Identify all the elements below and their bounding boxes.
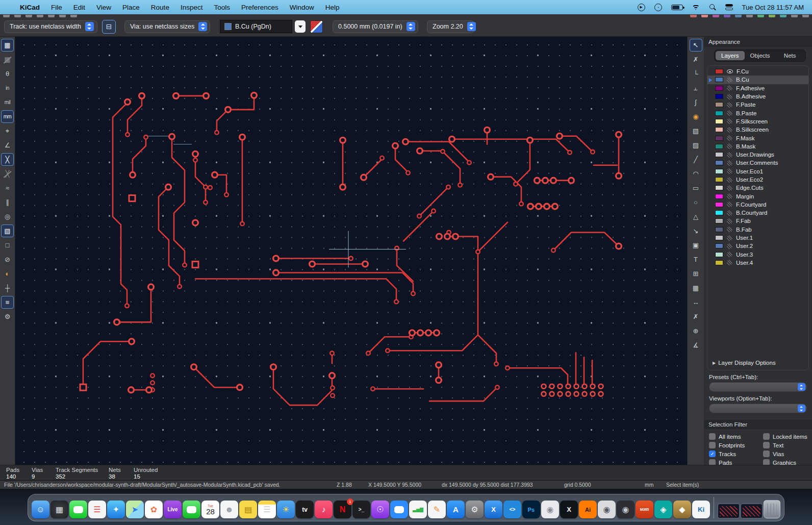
pcb-canvas[interactable] bbox=[15, 37, 687, 465]
visibility-hidden-icon[interactable] bbox=[727, 218, 732, 224]
active-layer-selector[interactable]: B.Cu (PgDn) bbox=[220, 20, 292, 33]
visibility-hidden-icon[interactable] bbox=[727, 260, 732, 265]
place-text-tool[interactable]: T bbox=[690, 253, 702, 266]
draw-line-tool[interactable]: ╱ bbox=[690, 153, 702, 166]
layer-row-b.adhesive[interactable]: B.Adhesive bbox=[707, 92, 808, 101]
menu-view[interactable]: View bbox=[91, 4, 117, 11]
app-menu-kicad[interactable]: KiCad bbox=[14, 4, 45, 11]
ratsnest-show[interactable]: ╳ bbox=[1, 153, 14, 166]
dock-reminders-icon[interactable]: ☰ bbox=[88, 501, 106, 518]
text-box-tool[interactable]: ⊞ bbox=[690, 267, 702, 280]
menu-file[interactable]: File bbox=[45, 4, 68, 11]
layer-row-b.mask[interactable]: B.Mask bbox=[707, 142, 808, 151]
dock-safari-icon[interactable]: ✦ bbox=[107, 501, 125, 518]
checkbox-all-items[interactable] bbox=[709, 433, 716, 440]
layer-row-f.fab[interactable]: F.Fab bbox=[707, 217, 808, 225]
layer-color-swatch[interactable] bbox=[715, 202, 723, 207]
visibility-hidden-icon[interactable] bbox=[727, 118, 732, 124]
net-crossing-mode[interactable]: ┼ bbox=[1, 282, 14, 294]
visibility-hidden-icon[interactable] bbox=[727, 168, 732, 174]
layer-row-user.eco1[interactable]: User.Eco1 bbox=[707, 167, 808, 176]
layer-row-user.3[interactable]: User.3 bbox=[707, 251, 808, 259]
layer-row-user.drawings[interactable]: User.Drawings bbox=[707, 151, 808, 159]
layer-row-edge.cuts[interactable]: Edge.Cuts bbox=[707, 184, 808, 192]
vias-sketch-mode[interactable]: ⊘ bbox=[1, 253, 14, 266]
tune-length-tool[interactable]: ∫ bbox=[690, 96, 702, 109]
draw-rectangle-tool[interactable]: ▭ bbox=[690, 182, 702, 194]
visibility-hidden-icon[interactable] bbox=[727, 243, 732, 249]
layers-manager-toggle[interactable]: ≡ bbox=[1, 296, 14, 309]
trash-icon[interactable] bbox=[764, 500, 780, 518]
dock-music-icon[interactable]: ♪ bbox=[315, 501, 333, 518]
menu-tools[interactable]: Tools bbox=[208, 4, 236, 11]
layer-color-swatch[interactable] bbox=[715, 235, 723, 240]
dock-messages-icon[interactable] bbox=[69, 501, 87, 518]
draw-circle-tool[interactable]: ○ bbox=[690, 196, 702, 209]
menu-window[interactable]: Window bbox=[284, 4, 320, 11]
visibility-hidden-icon[interactable] bbox=[727, 210, 732, 216]
units-mils[interactable]: mil bbox=[1, 96, 14, 109]
properties-panel-toggle[interactable]: ⚙ bbox=[1, 310, 14, 323]
zones-filled-mode[interactable]: ▧ bbox=[1, 224, 14, 237]
layer-color-swatch[interactable] bbox=[715, 136, 723, 141]
dock-podcasts-icon[interactable]: ☉ bbox=[371, 501, 389, 518]
layer-color-swatch[interactable] bbox=[715, 111, 723, 116]
layer-color-swatch[interactable] bbox=[715, 169, 723, 174]
place-via-tool[interactable]: ◉ bbox=[690, 110, 702, 123]
tracks-sketch-mode[interactable]: ∥ bbox=[1, 196, 14, 209]
zoom-dropdown[interactable]: Zoom 2.20 bbox=[427, 20, 474, 33]
rule-area-tool[interactable]: ▨ bbox=[690, 139, 702, 152]
layer-row-f.mask[interactable]: F.Mask bbox=[707, 134, 808, 142]
route-tracks-tool[interactable]: └ bbox=[690, 67, 702, 80]
visibility-hidden-icon[interactable] bbox=[727, 185, 732, 191]
layer-color-swatch[interactable] bbox=[715, 160, 723, 165]
menu-bar-clock[interactable]: Tue Oct 28 11:57 AM bbox=[742, 4, 804, 11]
layer-color-swatch[interactable] bbox=[715, 227, 723, 232]
layer-row-b.cu[interactable]: B.Cu bbox=[707, 76, 808, 84]
layer-row-margin[interactable]: Margin bbox=[707, 192, 808, 200]
visibility-hidden-icon[interactable] bbox=[727, 102, 732, 108]
visibility-hidden-icon[interactable] bbox=[727, 110, 732, 116]
visibility-hidden-icon[interactable] bbox=[727, 202, 732, 207]
dock-contacts-icon[interactable]: ☻ bbox=[220, 501, 238, 518]
ratsnest-hide[interactable]: ╳ bbox=[1, 167, 14, 180]
layer-row-user.comments[interactable]: User.Comments bbox=[707, 159, 808, 167]
units-mm[interactable]: mm bbox=[1, 110, 14, 123]
battery-icon[interactable] bbox=[671, 5, 683, 10]
viewports-select[interactable] bbox=[709, 404, 807, 413]
layer-color-swatch[interactable] bbox=[715, 86, 723, 91]
layer-color-swatch[interactable] bbox=[715, 218, 723, 223]
draw-zone-tool[interactable]: ▧ bbox=[690, 124, 702, 137]
layer-color-swatch[interactable] bbox=[715, 210, 723, 215]
menu-edit[interactable]: Edit bbox=[68, 4, 91, 11]
cursor-shape[interactable]: ⌖ bbox=[1, 124, 14, 137]
dock-live-icon[interactable]: Live bbox=[164, 501, 182, 518]
local-ratsnest-tool[interactable]: ✗ bbox=[690, 53, 702, 66]
draw-arc-tool[interactable]: ◠ bbox=[690, 167, 702, 180]
dimension-tool[interactable]: ↔ bbox=[690, 296, 702, 309]
layer-row-f.silkscreen[interactable]: F.Silkscreen bbox=[707, 117, 808, 126]
dock-kicad-icon[interactable]: Ki bbox=[692, 501, 710, 518]
grid-dots-off[interactable]: ▦ bbox=[1, 53, 14, 66]
select-tool[interactable]: ↖ bbox=[690, 39, 702, 52]
dock-camera-app-icon[interactable]: ◉ bbox=[598, 501, 616, 518]
high-contrast-mode[interactable]: ◐ bbox=[1, 267, 14, 280]
dock-xcode-icon[interactable]: X bbox=[485, 501, 502, 518]
track-posture-button[interactable]: ⊟ bbox=[102, 20, 116, 34]
tab-layers[interactable]: Layers bbox=[716, 51, 745, 60]
dock-photo-booth-icon[interactable]: ◉ bbox=[617, 501, 635, 518]
layer-color-swatch[interactable] bbox=[715, 144, 723, 149]
layer-color-swatch[interactable] bbox=[715, 102, 723, 107]
menu-help[interactable]: Help bbox=[320, 4, 345, 11]
dock-teal-app-icon[interactable]: ◈ bbox=[654, 501, 672, 518]
dock-vscode-icon[interactable]: <> bbox=[503, 501, 521, 518]
layer-display-options[interactable]: Layer Display Options bbox=[707, 357, 808, 370]
visibility-hidden-icon[interactable] bbox=[727, 160, 732, 166]
layer-row-user.eco2[interactable]: User.Eco2 bbox=[707, 176, 808, 184]
checkbox-tracks[interactable]: ✓ bbox=[709, 451, 716, 457]
layer-row-b.courtyard[interactable]: B.Courtyard bbox=[707, 209, 808, 217]
layer-color-swatch[interactable] bbox=[715, 185, 723, 190]
control-center-icon[interactable] bbox=[725, 4, 733, 10]
polar-coordinates[interactable]: θ bbox=[1, 67, 14, 80]
via-size-dropdown[interactable]: Via: use netclass sizes bbox=[124, 20, 210, 33]
